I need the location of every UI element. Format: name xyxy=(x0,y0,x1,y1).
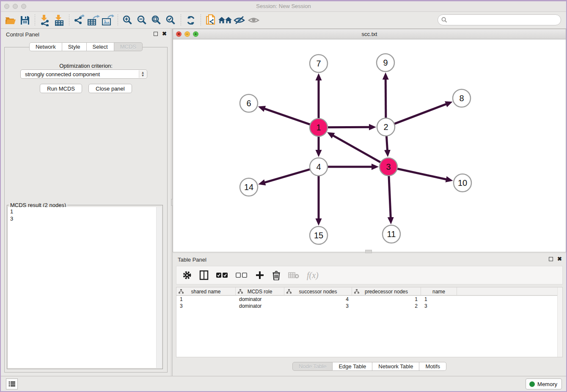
unselect-all-columns-icon[interactable] xyxy=(236,272,248,278)
table-row[interactable]: 1dominator411 xyxy=(176,296,562,303)
toolbar-separator xyxy=(69,14,69,26)
control-panel: Control Panel ✖ Network Style Select MCD… xyxy=(1,29,171,376)
graph-node-label: 14 xyxy=(244,182,253,192)
tab-edge-table[interactable]: Edge Table xyxy=(333,362,372,371)
refresh-icon[interactable] xyxy=(184,14,198,27)
table-cell: 3 xyxy=(421,303,457,309)
node-table[interactable]: shared nameMCDS rolesuccessor nodesprede… xyxy=(176,287,563,357)
run-mcds-button[interactable]: Run MCDS xyxy=(40,84,82,93)
show-columns-icon[interactable] xyxy=(199,270,209,280)
copy-view-icon[interactable] xyxy=(204,14,218,27)
graph-node-label: 9 xyxy=(383,58,388,67)
toolbar-separator xyxy=(118,14,118,26)
import-network-icon[interactable] xyxy=(38,14,52,27)
zoom-out-icon[interactable] xyxy=(135,14,149,27)
table-settings-gear-icon[interactable] xyxy=(182,271,192,280)
memory-button[interactable]: Memory xyxy=(526,378,562,389)
open-file-icon[interactable] xyxy=(3,14,18,27)
graph-edge-1-2[interactable] xyxy=(328,127,369,127)
zoom-fit-icon[interactable] xyxy=(149,14,164,27)
graph-node-label: 11 xyxy=(387,229,396,239)
application-window: Session: New Session xyxy=(0,0,567,392)
column-header-MCDS-role[interactable]: MCDS role xyxy=(236,287,284,296)
close-panel-icon[interactable]: ✖ xyxy=(557,257,562,261)
column-header-shared-name[interactable]: shared name xyxy=(176,287,236,296)
float-panel-icon[interactable] xyxy=(154,32,158,36)
list-icon xyxy=(8,381,15,387)
task-history-button[interactable] xyxy=(6,378,18,389)
graph-node-label: 8 xyxy=(459,94,464,103)
mcds-result-list[interactable]: 1 3 xyxy=(8,207,162,368)
result-scrollbar[interactable] xyxy=(156,207,162,368)
home-layout-icon[interactable] xyxy=(218,14,232,27)
tab-mcds[interactable]: MCDS xyxy=(114,42,143,51)
tab-motifs[interactable]: Motifs xyxy=(419,362,446,371)
select-all-columns-icon[interactable] xyxy=(216,272,228,278)
close-panel-icon[interactable]: ✖ xyxy=(162,31,167,36)
graph-edge-3-11[interactable] xyxy=(389,176,391,218)
search-field[interactable] xyxy=(438,14,561,25)
table-panel-tabs: Node Table Edge Table Network Table Moti… xyxy=(173,362,566,371)
zoom-selected-icon[interactable] xyxy=(164,14,178,27)
column-header-predecessor-nodes[interactable]: predecessor nodes xyxy=(352,287,421,296)
show-all-icon[interactable] xyxy=(247,14,261,27)
titlebar: Session: New Session xyxy=(1,1,566,12)
export-table-icon[interactable] xyxy=(86,14,101,27)
mcds-result-item: 1 xyxy=(8,207,162,215)
memory-label: Memory xyxy=(537,381,557,387)
graph-edge-2-3[interactable] xyxy=(386,136,387,150)
float-panel-icon[interactable] xyxy=(549,257,553,261)
graph-edge-3-1[interactable] xyxy=(333,135,381,163)
table-cell: 3 xyxy=(284,303,352,309)
search-input[interactable] xyxy=(447,17,561,23)
save-session-icon[interactable] xyxy=(18,14,32,27)
tab-node-table[interactable]: Node Table xyxy=(292,362,333,371)
column-header-successor-nodes[interactable]: successor nodes xyxy=(284,287,352,296)
zoom-in-icon[interactable] xyxy=(121,14,135,27)
graph-node-label: 3 xyxy=(386,162,391,171)
dropdown-stepper-icon: ▲▼ xyxy=(139,70,146,78)
mcds-result-group: MCDS result (2 nodes) 1 3 xyxy=(7,205,163,369)
tab-select[interactable]: Select xyxy=(87,42,114,51)
tab-network-table[interactable]: Network Table xyxy=(372,362,419,371)
graph-node-label: 1 xyxy=(316,123,321,132)
hide-selected-icon[interactable] xyxy=(232,14,247,27)
control-panel-tabs: Network Style Select MCDS xyxy=(1,42,171,51)
main-toolbar xyxy=(1,12,566,29)
graph-node-label: 6 xyxy=(246,99,251,108)
table-cell: 3 xyxy=(176,303,236,309)
table-panel-title: Table Panel xyxy=(178,257,206,263)
splitter-grip[interactable] xyxy=(365,250,372,253)
mcds-tab-content: Optimization criterion: strongly connect… xyxy=(4,47,168,373)
column-header-name[interactable]: name xyxy=(421,287,457,296)
toolbar-separator xyxy=(201,14,201,26)
graph-edge-4-14[interactable] xyxy=(264,169,310,182)
tab-network[interactable]: Network xyxy=(29,42,62,51)
export-image-icon[interactable] xyxy=(101,14,115,27)
table-row[interactable]: 3dominator323 xyxy=(176,303,562,309)
graph-node-label: 15 xyxy=(314,231,323,240)
toolbar-separator xyxy=(181,14,181,26)
table-cell: 1 xyxy=(176,296,236,303)
toolbar-separator xyxy=(35,14,35,26)
tab-style[interactable]: Style xyxy=(62,42,87,51)
table-scrollbar[interactable] xyxy=(557,287,562,357)
import-table-icon[interactable] xyxy=(52,14,66,27)
create-column-plus-icon[interactable] xyxy=(255,271,264,280)
function-builder-icon: f(x) xyxy=(307,271,319,280)
close-panel-button[interactable]: Close panel xyxy=(88,84,132,93)
network-window-titlebar[interactable]: ✕ − + scc.txt xyxy=(173,29,566,39)
graph-node-label: 7 xyxy=(316,59,321,68)
memory-status-icon xyxy=(529,381,535,387)
window-title: Session: New Session xyxy=(1,3,566,9)
graph-edge-2-8[interactable] xyxy=(394,104,446,124)
graph-edge-3-10[interactable] xyxy=(397,168,446,179)
delete-column-trash-icon[interactable] xyxy=(272,271,281,280)
graph-node-label: 10 xyxy=(458,178,467,188)
criterion-dropdown[interactable]: strongly connected component ▲▼ xyxy=(20,69,147,79)
network-canvas[interactable]: 7968124314101511 xyxy=(173,39,566,252)
graph-edge-2-9[interactable] xyxy=(385,79,386,118)
graph-edge-1-6[interactable] xyxy=(264,109,310,124)
export-network-icon[interactable] xyxy=(72,14,86,27)
table-cell: 1 xyxy=(352,296,421,303)
